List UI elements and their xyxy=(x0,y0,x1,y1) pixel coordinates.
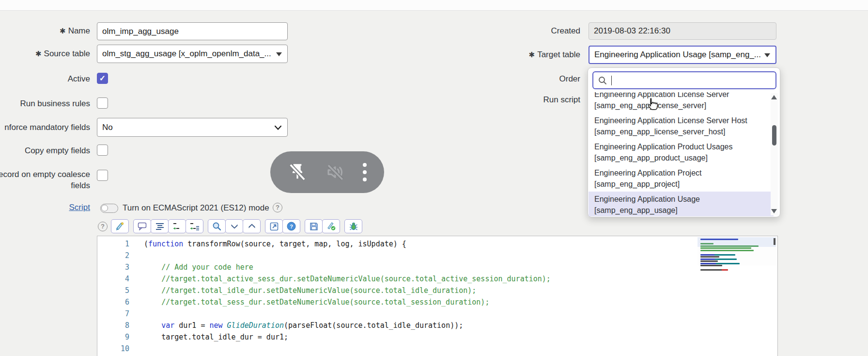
code-text xyxy=(129,250,144,261)
mouse-pointer-cursor xyxy=(645,97,659,113)
scrollbar-thumb[interactable] xyxy=(772,125,776,146)
minimap-row xyxy=(700,254,735,256)
format-code-button[interactable] xyxy=(151,219,169,233)
line-number: 7 xyxy=(97,308,129,320)
svg-text:?: ? xyxy=(290,224,293,229)
dropdown-item[interactable]: Engineering Application License Server H… xyxy=(589,113,774,139)
code-line: 2 xyxy=(97,250,777,261)
copy-empty-fields-label: Copy empty fields xyxy=(0,146,90,156)
target-table-select[interactable]: Engineering Application Usage [samp_eng_… xyxy=(589,46,776,64)
dropdown-triangle-icon xyxy=(276,52,282,56)
debug-button[interactable] xyxy=(344,219,362,233)
find-next-button[interactable] xyxy=(225,219,243,233)
dropdown-item-name: Engineering Application License Server H… xyxy=(594,115,768,126)
line-number: 10 xyxy=(97,343,129,355)
search-button[interactable] xyxy=(208,219,226,233)
ecmascript-toggle[interactable] xyxy=(100,204,118,213)
code-lines: 1(function transformRow(source, target, … xyxy=(97,238,777,356)
dropdown-item-table: [samp_eng_app_license_server] xyxy=(594,100,768,111)
empty-coalesce-label-line2: fields xyxy=(0,181,90,191)
empty-coalesce-checkbox[interactable] xyxy=(97,170,108,181)
replace-all-button[interactable] xyxy=(186,219,203,233)
code-line: 3 // Add your code here xyxy=(97,261,777,273)
dropdown-item-table: [samp_eng_app_usage] xyxy=(594,205,768,216)
minimap-row xyxy=(700,247,751,249)
find-previous-button[interactable] xyxy=(243,219,261,233)
name-label: ✱Name xyxy=(0,26,90,36)
dropdown-search-input[interactable] xyxy=(612,76,775,85)
code-text: target.total_idle_dur = dur1; xyxy=(129,331,288,343)
header-bar xyxy=(0,0,868,11)
copy-empty-fields-checkbox[interactable] xyxy=(97,145,108,156)
run-business-rules-checkbox[interactable] xyxy=(97,97,108,109)
target-table-label: ✱Target table xyxy=(464,50,580,60)
code-text: var dur1 = new GlideDuration(parseFloat(… xyxy=(129,320,463,331)
dropdown-item-name: Engineering Application Usage xyxy=(594,194,768,205)
code-text xyxy=(129,343,144,355)
dropdown-item[interactable]: Engineering Application Usage[samp_eng_a… xyxy=(589,192,774,216)
name-input[interactable] xyxy=(97,22,288,40)
help-icon[interactable]: ? xyxy=(273,203,282,212)
code-text: // Add your code here xyxy=(129,261,253,273)
save-button[interactable] xyxy=(305,219,323,233)
toolbar-group xyxy=(208,219,261,233)
empty-coalesce-label-line1: ecord on empty coalesce xyxy=(0,170,90,179)
code-line: 10 xyxy=(97,343,777,355)
toolbar-group xyxy=(305,219,340,233)
pop-out-button[interactable] xyxy=(265,219,283,233)
minimap-row xyxy=(700,269,728,271)
comment-button[interactable] xyxy=(133,219,151,233)
syntax-check-button[interactable] xyxy=(322,219,340,233)
minimap-row xyxy=(700,259,737,260)
help-button[interactable]: ? xyxy=(282,219,300,233)
created-input xyxy=(589,22,776,40)
line-number: 3 xyxy=(97,261,129,273)
code-text: //target.total_active_sess_dur.setDateNu… xyxy=(129,273,551,285)
search-icon xyxy=(598,76,607,85)
volume-off-icon[interactable] xyxy=(325,162,345,182)
code-line: 7 xyxy=(97,308,777,320)
dropdown-list-inner: Engineering Application License Server[s… xyxy=(589,92,774,216)
dropdown-item[interactable]: Engineering Application License Server[s… xyxy=(589,92,774,113)
required-icon: ✱ xyxy=(529,50,535,59)
code-line: 1(function transformRow(source, target, … xyxy=(97,238,777,250)
required-icon: ✱ xyxy=(60,27,66,35)
minimap-row xyxy=(700,263,740,264)
dropdown-item-name: Engineering Application Product Usages xyxy=(594,141,768,152)
dropdown-search-box[interactable] xyxy=(592,71,776,89)
line-number: 6 xyxy=(97,296,129,308)
toolbar-help-icon[interactable]: ? xyxy=(98,222,108,231)
ecmascript-toggle-label: Turn on ECMAScript 2021 (ES12) mode xyxy=(123,203,269,213)
code-text: //target.total_idle_dur.setDateNumericVa… xyxy=(129,285,476,296)
script-code-editor[interactable]: 1(function transformRow(source, target, … xyxy=(97,236,778,356)
enforce-mandatory-fields-select[interactable]: No xyxy=(97,118,288,137)
code-line: 9 target.total_idle_dur = dur1; xyxy=(97,331,777,343)
active-checkbox[interactable]: ✓ xyxy=(97,73,108,84)
more-options-icon[interactable] xyxy=(363,162,367,183)
line-number: 4 xyxy=(97,273,129,285)
source-table-select[interactable]: olm_stg_agg_usage [x_oplm_openlm_data_..… xyxy=(97,45,288,63)
minimap-row xyxy=(700,256,719,258)
scrollbar-up-icon[interactable] xyxy=(771,95,777,99)
pin-off-icon[interactable] xyxy=(288,162,307,182)
script-link[interactable]: Script xyxy=(0,203,90,212)
dropdown-scrollbar[interactable] xyxy=(771,93,778,215)
active-label: Active xyxy=(0,74,90,84)
toggle-knob xyxy=(101,205,108,211)
syntax-editor-button[interactable] xyxy=(111,219,129,233)
minimap-row xyxy=(700,260,718,262)
dropdown-item-name: Engineering Application Project xyxy=(594,167,768,178)
editor-toolbar-groups: ? xyxy=(111,219,367,233)
replace-button[interactable] xyxy=(168,219,186,233)
dropdown-item-name: Engineering Application License Server xyxy=(594,92,768,100)
enforce-mandatory-fields-label: nforce mandatory fields xyxy=(0,123,90,132)
code-line: 8 var dur1 = new GlideDuration(parseFloa… xyxy=(97,320,777,331)
dropdown-item[interactable]: Engineering Application Product Usages[s… xyxy=(589,139,774,165)
run-business-rules-label: Run business rules xyxy=(0,99,90,109)
toolbar-group xyxy=(111,219,129,233)
dropdown-item[interactable]: Engineering Application Project[samp_eng… xyxy=(589,165,774,192)
order-label: Order xyxy=(464,74,580,84)
code-minimap[interactable] xyxy=(698,237,776,265)
required-icon: ✱ xyxy=(35,49,42,58)
scrollbar-down-icon[interactable] xyxy=(771,209,777,213)
